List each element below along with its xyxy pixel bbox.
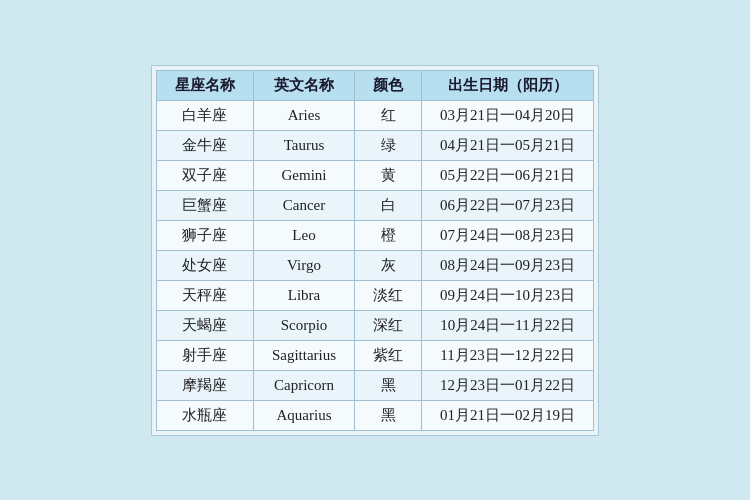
- cell-date: 03月21日一04月20日: [422, 100, 594, 130]
- cell-english-name: Cancer: [253, 190, 354, 220]
- cell-date: 11月23日一12月22日: [422, 340, 594, 370]
- cell-chinese-name: 天蝎座: [156, 310, 253, 340]
- table-row: 白羊座Aries红03月21日一04月20日: [156, 100, 593, 130]
- table-row: 狮子座Leo橙07月24日一08月23日: [156, 220, 593, 250]
- cell-english-name: Libra: [253, 280, 354, 310]
- cell-chinese-name: 双子座: [156, 160, 253, 190]
- table-row: 金牛座Taurus绿04月21日一05月21日: [156, 130, 593, 160]
- cell-english-name: Taurus: [253, 130, 354, 160]
- table-row: 天蝎座Scorpio深红10月24日一11月22日: [156, 310, 593, 340]
- cell-date: 07月24日一08月23日: [422, 220, 594, 250]
- cell-date: 09月24日一10月23日: [422, 280, 594, 310]
- cell-english-name: Aries: [253, 100, 354, 130]
- cell-chinese-name: 水瓶座: [156, 400, 253, 430]
- cell-color: 灰: [355, 250, 422, 280]
- cell-chinese-name: 天秤座: [156, 280, 253, 310]
- cell-color: 黑: [355, 400, 422, 430]
- cell-english-name: Leo: [253, 220, 354, 250]
- table-row: 摩羯座Capricorn黑12月23日一01月22日: [156, 370, 593, 400]
- cell-color: 橙: [355, 220, 422, 250]
- cell-chinese-name: 处女座: [156, 250, 253, 280]
- cell-date: 05月22日一06月21日: [422, 160, 594, 190]
- cell-chinese-name: 摩羯座: [156, 370, 253, 400]
- cell-color: 红: [355, 100, 422, 130]
- cell-date: 12月23日一01月22日: [422, 370, 594, 400]
- cell-color: 淡红: [355, 280, 422, 310]
- cell-english-name: Virgo: [253, 250, 354, 280]
- cell-color: 紫红: [355, 340, 422, 370]
- cell-date: 08月24日一09月23日: [422, 250, 594, 280]
- cell-chinese-name: 狮子座: [156, 220, 253, 250]
- cell-date: 06月22日一07月23日: [422, 190, 594, 220]
- col-header-date: 出生日期（阳历）: [422, 70, 594, 100]
- cell-color: 白: [355, 190, 422, 220]
- table-row: 处女座Virgo灰08月24日一09月23日: [156, 250, 593, 280]
- cell-chinese-name: 金牛座: [156, 130, 253, 160]
- cell-color: 黄: [355, 160, 422, 190]
- col-header-chinese: 星座名称: [156, 70, 253, 100]
- cell-english-name: Scorpio: [253, 310, 354, 340]
- zodiac-table: 星座名称 英文名称 颜色 出生日期（阳历） 白羊座Aries红03月21日一04…: [156, 70, 594, 431]
- table-header-row: 星座名称 英文名称 颜色 出生日期（阳历）: [156, 70, 593, 100]
- cell-english-name: Sagittarius: [253, 340, 354, 370]
- cell-date: 10月24日一11月22日: [422, 310, 594, 340]
- cell-chinese-name: 白羊座: [156, 100, 253, 130]
- table-row: 射手座Sagittarius紫红11月23日一12月22日: [156, 340, 593, 370]
- cell-color: 黑: [355, 370, 422, 400]
- cell-english-name: Aquarius: [253, 400, 354, 430]
- cell-english-name: Capricorn: [253, 370, 354, 400]
- cell-chinese-name: 射手座: [156, 340, 253, 370]
- cell-english-name: Gemini: [253, 160, 354, 190]
- cell-color: 深红: [355, 310, 422, 340]
- cell-chinese-name: 巨蟹座: [156, 190, 253, 220]
- table-row: 水瓶座Aquarius黑01月21日一02月19日: [156, 400, 593, 430]
- table-row: 天秤座Libra淡红09月24日一10月23日: [156, 280, 593, 310]
- cell-color: 绿: [355, 130, 422, 160]
- col-header-color: 颜色: [355, 70, 422, 100]
- cell-date: 04月21日一05月21日: [422, 130, 594, 160]
- table-row: 双子座Gemini黄05月22日一06月21日: [156, 160, 593, 190]
- zodiac-table-wrapper: 星座名称 英文名称 颜色 出生日期（阳历） 白羊座Aries红03月21日一04…: [151, 65, 599, 436]
- table-row: 巨蟹座Cancer白06月22日一07月23日: [156, 190, 593, 220]
- col-header-english: 英文名称: [253, 70, 354, 100]
- cell-date: 01月21日一02月19日: [422, 400, 594, 430]
